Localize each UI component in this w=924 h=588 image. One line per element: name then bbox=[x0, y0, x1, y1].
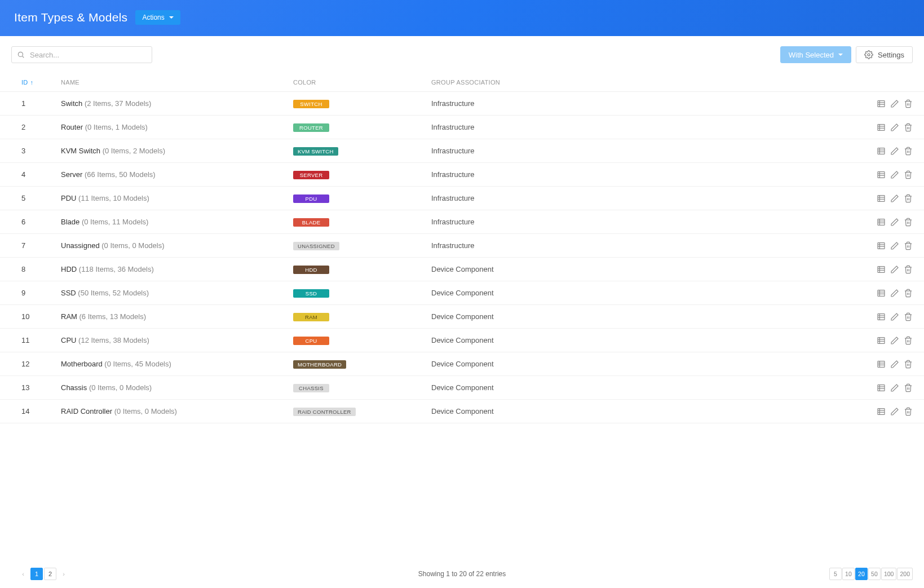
cell-color: MOTHERBOARD bbox=[293, 360, 431, 369]
cell-color: RAID CONTROLLER bbox=[293, 407, 431, 416]
edit-icon[interactable] bbox=[890, 312, 899, 321]
cell-color: CHASSIS bbox=[293, 383, 431, 392]
edit-icon[interactable] bbox=[890, 99, 899, 108]
cell-id: 8 bbox=[21, 265, 61, 273]
list-icon[interactable] bbox=[877, 123, 886, 132]
cell-color: SWITCH bbox=[293, 99, 431, 108]
trash-icon[interactable] bbox=[904, 194, 913, 203]
cell-group: Device Component bbox=[431, 336, 860, 344]
table-row[interactable]: 5PDU (11 Items, 10 Models)PDUInfrastruct… bbox=[0, 187, 924, 210]
list-icon[interactable] bbox=[877, 99, 886, 108]
cell-color: UNASSIGNED bbox=[293, 241, 431, 250]
trash-icon[interactable] bbox=[904, 99, 913, 108]
search-input[interactable] bbox=[11, 46, 152, 63]
table-row[interactable]: 9SSD (50 Items, 52 Models)SSDDevice Comp… bbox=[0, 281, 924, 305]
trash-icon[interactable] bbox=[904, 312, 913, 321]
list-icon[interactable] bbox=[877, 265, 886, 274]
table-row[interactable]: 7Unassigned (0 Items, 0 Models)UNASSIGNE… bbox=[0, 234, 924, 258]
color-tag: BLADE bbox=[293, 218, 329, 227]
trash-icon[interactable] bbox=[904, 241, 913, 250]
cell-actions bbox=[860, 123, 913, 132]
col-header-id[interactable]: ID ↑ bbox=[21, 79, 61, 86]
item-counts: (66 Items, 50 Models) bbox=[85, 170, 156, 179]
edit-icon[interactable] bbox=[890, 336, 899, 345]
item-name: Router bbox=[61, 123, 83, 131]
list-icon[interactable] bbox=[877, 218, 886, 227]
list-icon[interactable] bbox=[877, 383, 886, 392]
edit-icon[interactable] bbox=[890, 407, 899, 416]
cell-group: Device Component bbox=[431, 265, 860, 273]
edit-icon[interactable] bbox=[890, 360, 899, 369]
table-row[interactable]: 4Server (66 Items, 50 Models)SERVERInfra… bbox=[0, 163, 924, 187]
list-icon[interactable] bbox=[877, 170, 886, 179]
list-icon[interactable] bbox=[877, 312, 886, 321]
table-row[interactable]: 1Switch (2 Items, 37 Models)SWITCHInfras… bbox=[0, 92, 924, 116]
list-icon[interactable] bbox=[877, 147, 886, 156]
trash-icon[interactable] bbox=[904, 123, 913, 132]
list-icon[interactable] bbox=[877, 360, 886, 369]
cell-id: 4 bbox=[21, 170, 61, 179]
cell-id: 14 bbox=[21, 407, 61, 415]
list-icon[interactable] bbox=[877, 241, 886, 250]
col-header-group[interactable]: GROUP ASSOCIATION bbox=[431, 79, 860, 86]
search-wrap bbox=[11, 46, 152, 63]
edit-icon[interactable] bbox=[890, 383, 899, 392]
with-selected-button[interactable]: With Selected bbox=[780, 46, 851, 63]
table-row[interactable]: 6Blade (0 Items, 11 Models)BLADEInfrastr… bbox=[0, 210, 924, 234]
edit-icon[interactable] bbox=[890, 265, 899, 274]
cell-name: Blade (0 Items, 11 Models) bbox=[61, 218, 293, 226]
edit-icon[interactable] bbox=[890, 218, 899, 227]
trash-icon[interactable] bbox=[904, 407, 913, 416]
cell-actions bbox=[860, 241, 913, 250]
list-icon[interactable] bbox=[877, 336, 886, 345]
svg-point-0 bbox=[18, 52, 23, 56]
edit-icon[interactable] bbox=[890, 289, 899, 298]
trash-icon[interactable] bbox=[904, 289, 913, 298]
trash-icon[interactable] bbox=[904, 336, 913, 345]
col-header-color[interactable]: COLOR bbox=[293, 79, 431, 86]
edit-icon[interactable] bbox=[890, 147, 899, 156]
item-name: KVM Switch bbox=[61, 147, 100, 155]
edit-icon[interactable] bbox=[890, 194, 899, 203]
edit-icon[interactable] bbox=[890, 123, 899, 132]
table-row[interactable]: 8HDD (118 Items, 36 Models)HDDDevice Com… bbox=[0, 258, 924, 281]
trash-icon[interactable] bbox=[904, 218, 913, 227]
item-counts: (0 Items, 11 Models) bbox=[82, 218, 149, 226]
col-header-actions bbox=[860, 79, 913, 86]
toolbar-right: With Selected Settings bbox=[780, 46, 913, 63]
color-tag: UNASSIGNED bbox=[293, 242, 339, 250]
svg-rect-31 bbox=[878, 266, 885, 272]
item-name: Switch bbox=[61, 99, 82, 108]
trash-icon[interactable] bbox=[904, 147, 913, 156]
col-id-label: ID bbox=[21, 79, 28, 86]
cell-group: Infrastructure bbox=[431, 147, 860, 155]
cell-actions bbox=[860, 170, 913, 179]
list-icon[interactable] bbox=[877, 289, 886, 298]
color-tag: RAID CONTROLLER bbox=[293, 408, 356, 416]
table-row[interactable]: 13Chassis (0 Items, 0 Models)CHASSISDevi… bbox=[0, 376, 924, 400]
settings-button[interactable]: Settings bbox=[856, 46, 913, 63]
color-tag: MOTHERBOARD bbox=[293, 360, 346, 369]
trash-icon[interactable] bbox=[904, 170, 913, 179]
trash-icon[interactable] bbox=[904, 360, 913, 369]
table-row[interactable]: 12Motherboard (0 Items, 45 Models)MOTHER… bbox=[0, 352, 924, 376]
table-row[interactable]: 14RAID Controller (0 Items, 0 Models)RAI… bbox=[0, 400, 924, 423]
table-row[interactable]: 3KVM Switch (0 Items, 2 Models)KVM SWITC… bbox=[0, 139, 924, 163]
list-icon[interactable] bbox=[877, 194, 886, 203]
item-counts: (0 Items, 1 Models) bbox=[85, 123, 148, 131]
cell-name: RAID Controller (0 Items, 0 Models) bbox=[61, 407, 293, 415]
edit-icon[interactable] bbox=[890, 170, 899, 179]
col-header-name[interactable]: NAME bbox=[61, 79, 293, 86]
table-row[interactable]: 10RAM (6 Items, 13 Models)RAMDevice Comp… bbox=[0, 305, 924, 329]
table-row[interactable]: 2Router (0 Items, 1 Models)ROUTERInfrast… bbox=[0, 116, 924, 139]
cell-actions bbox=[860, 147, 913, 156]
trash-icon[interactable] bbox=[904, 265, 913, 274]
list-icon[interactable] bbox=[877, 407, 886, 416]
cell-name: Chassis (0 Items, 0 Models) bbox=[61, 383, 293, 392]
table-row[interactable]: 11CPU (12 Items, 38 Models)CPUDevice Com… bbox=[0, 329, 924, 352]
svg-rect-47 bbox=[878, 361, 885, 367]
actions-dropdown-button[interactable]: Actions bbox=[135, 10, 180, 25]
edit-icon[interactable] bbox=[890, 241, 899, 250]
trash-icon[interactable] bbox=[904, 383, 913, 392]
cell-color: KVM SWITCH bbox=[293, 147, 431, 156]
